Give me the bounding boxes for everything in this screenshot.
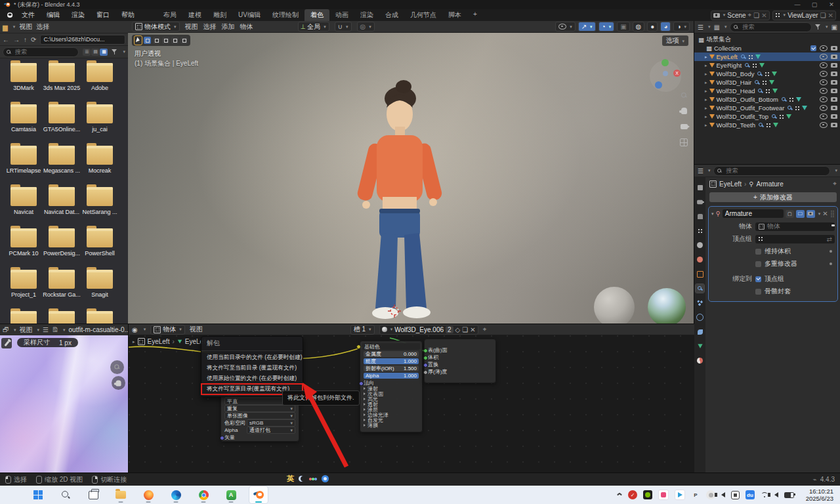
proportional-edit-dropdown[interactable]: ◎▾ xyxy=(357,22,375,32)
nav-back-icon[interactable]: ← xyxy=(3,36,9,43)
folder-item[interactable]: Navicat Dat... xyxy=(43,184,81,226)
folder-item[interactable]: Project_1 xyxy=(5,267,43,308)
folder-item[interactable]: GTA5Online... xyxy=(43,102,81,143)
outliner-row-object[interactable]: ▸ EyeLeft xyxy=(694,52,840,61)
hide-icon[interactable] xyxy=(820,114,828,119)
nav-refresh-icon[interactable]: ⟳ xyxy=(31,36,36,43)
tab-geonodes[interactable]: 几何节点 xyxy=(404,9,442,21)
file-explorer-button[interactable] xyxy=(112,486,130,503)
tab-modeling[interactable]: 建模 xyxy=(182,9,207,21)
filebrowser-search-input[interactable] xyxy=(14,48,56,56)
viewlayer-selector[interactable]: ▾ ViewLayer❏✕ xyxy=(772,10,836,20)
shading-material-button[interactable]: ◕ xyxy=(660,22,671,32)
render-visibility-icon[interactable] xyxy=(831,63,837,68)
shader-editor-icon[interactable]: ◉ xyxy=(132,326,138,333)
tab-shading[interactable]: 着色 xyxy=(304,9,329,21)
tab-physics[interactable] xyxy=(696,313,704,322)
visibility-dropdown[interactable]: ▾ xyxy=(555,22,576,32)
tab-modifiers[interactable] xyxy=(696,284,704,293)
tab-constraints[interactable] xyxy=(696,327,704,336)
viewport-menu-object[interactable]: 物体 xyxy=(240,22,253,32)
pan-hand-icon[interactable] xyxy=(679,106,688,116)
hide-icon[interactable] xyxy=(820,122,828,128)
path-field[interactable]: C:\Users\268zh\Docu... xyxy=(40,35,125,45)
outliner-editor-icon[interactable]: ☰ xyxy=(698,24,704,31)
multi-modifier-checkbox[interactable] xyxy=(755,261,761,267)
gizmo-toggle[interactable]: ↗▾ xyxy=(578,22,596,32)
breadcrumb-object[interactable]: EyeLeft xyxy=(719,180,742,188)
overlays-toggle[interactable]: ◔▾ xyxy=(598,22,615,32)
image-name[interactable]: outfit-m-casualtie-0... xyxy=(69,326,128,333)
nav-up-icon[interactable]: ↑ xyxy=(24,36,27,43)
filebrowser-menu-view[interactable]: 视图 xyxy=(19,22,32,32)
add-modifier-button[interactable]: + 添加修改器 xyxy=(709,192,837,202)
folder-item[interactable]: Navicat xyxy=(5,184,43,226)
navigation-gizmo[interactable]: X xyxy=(650,60,681,92)
copy-icon[interactable]: ❏ xyxy=(820,12,826,19)
collection-checkbox[interactable] xyxy=(810,45,816,51)
image-editor-icon[interactable]: 🗗 xyxy=(3,326,9,333)
hide-icon[interactable] xyxy=(820,62,828,68)
outliner-row-object[interactable]: ▸ Wolf3D_Hair xyxy=(694,78,840,87)
modifier-object-field[interactable]: 物体 xyxy=(755,222,835,231)
pin-icon[interactable]: ⌖ xyxy=(833,180,837,188)
node-canvas[interactable]: ▸ EyeLeft › EyeLef 线性▾ 平直▾ 重复▾ 单张图像▾ 色彩空… xyxy=(129,335,694,473)
folder-item[interactable]: PCMark 10 xyxy=(5,226,43,267)
outliner-row-scene-collection[interactable]: ▦ 场景集合 xyxy=(694,35,840,44)
tab-output[interactable] xyxy=(696,212,704,220)
folder-item[interactable]: Snagit xyxy=(81,267,119,308)
tab-data[interactable] xyxy=(696,342,704,350)
taskbar-search-button[interactable] xyxy=(56,486,75,503)
pan-button[interactable] xyxy=(112,376,125,390)
mode-dropdown[interactable]: 物体模式▾ xyxy=(132,22,180,32)
scene-selector[interactable]: ▾ Scene⌖❏✕ xyxy=(711,10,770,20)
menu-edit[interactable]: 编辑 xyxy=(41,10,66,20)
tab-add-workspace[interactable]: + xyxy=(467,9,483,21)
fan-tray-icon[interactable] xyxy=(706,490,715,499)
render-visibility-icon[interactable] xyxy=(831,123,837,127)
blender-taskbar-button[interactable] xyxy=(249,486,268,503)
outliner-row-object[interactable]: ▸ Wolf3D_Outfit_Top xyxy=(694,112,840,121)
new-collection-icon[interactable]: ▣ xyxy=(831,24,837,31)
drag-handle-icon[interactable]: ⣿ xyxy=(830,210,835,217)
folder-item[interactable]: ju_cai xyxy=(81,102,119,143)
hide-icon[interactable] xyxy=(820,54,828,60)
viewport-canvas[interactable]: 选项 ▾ 用户透视 (1) 场景集合 | EyeLeft X xyxy=(128,33,694,324)
xray-toggle[interactable]: ▣ xyxy=(617,22,629,32)
material-selector[interactable]: ▾ Wolf3D_Eye.006 2 ◇ ❏ ✕ xyxy=(379,325,478,335)
outliner-row-object[interactable]: ▸ Wolf3D_Outfit_Bottom xyxy=(694,95,840,104)
folder-item[interactable]: NetSarang ... xyxy=(81,184,119,226)
copy-icon[interactable]: ❏ xyxy=(462,326,468,333)
hide-icon[interactable] xyxy=(820,96,828,102)
folder-item[interactable]: Rockstar Ga... xyxy=(43,267,81,308)
nvidia-tray-icon[interactable] xyxy=(643,490,652,499)
render-visibility-icon[interactable] xyxy=(831,72,837,76)
shader-menu-view[interactable]: 视图 xyxy=(190,325,203,334)
menu-render[interactable]: 渲染 xyxy=(66,10,91,20)
properties-search-input[interactable] xyxy=(724,167,786,175)
menu-file[interactable]: 文件 xyxy=(16,10,41,20)
folder-item[interactable]: PowerDesig... xyxy=(43,226,81,267)
outliner-row-object[interactable]: ▸ Wolf3D_Body xyxy=(694,70,840,78)
filebrowser-menu-select[interactable]: 选择 xyxy=(36,22,49,32)
render-visibility-icon[interactable] xyxy=(831,80,837,85)
shading-wireframe-button[interactable]: ◍ xyxy=(633,22,645,32)
hamburger-icon[interactable]: ☰ xyxy=(43,326,49,333)
render-visibility-icon[interactable] xyxy=(831,54,837,59)
ime-settings-gear-icon[interactable] xyxy=(322,475,329,482)
axis-y-handle[interactable] xyxy=(655,81,662,89)
outliner-filter-icon[interactable]: ▦ xyxy=(713,24,719,31)
animate-dot[interactable] xyxy=(830,262,832,265)
filebrowser-editor-icon[interactable]: ▆ xyxy=(3,24,8,31)
tab-viewlayer[interactable] xyxy=(696,226,704,235)
tab-particles[interactable] xyxy=(696,299,704,307)
chrome-button[interactable] xyxy=(194,486,213,503)
shading-rendered-button[interactable]: ◑▾ xyxy=(673,22,690,32)
firefox-button[interactable] xyxy=(139,486,158,503)
select-tool-button[interactable] xyxy=(135,36,142,45)
select-box-invert-button[interactable] xyxy=(171,37,178,44)
telegram-tray-icon[interactable] xyxy=(675,490,685,500)
start-button[interactable] xyxy=(29,486,47,503)
tab-scripting[interactable]: 脚本 xyxy=(442,9,467,21)
bind-bone-envelopes-checkbox[interactable] xyxy=(755,289,761,295)
